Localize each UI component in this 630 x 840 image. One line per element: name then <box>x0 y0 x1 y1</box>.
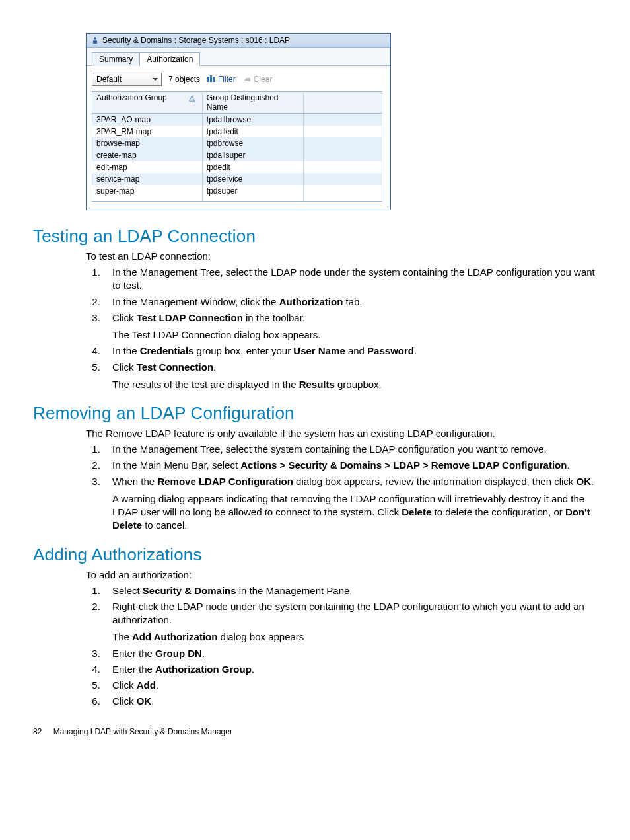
intro-text: To test an LDAP connection: <box>86 250 597 262</box>
step: In the Credentials group box, enter your… <box>103 344 597 358</box>
svg-rect-3 <box>210 75 212 82</box>
view-combo[interactable]: Default <box>92 73 162 86</box>
svg-point-0 <box>94 37 96 40</box>
objects-count: 7 objects <box>168 75 200 84</box>
step: When the Remove LDAP Configuration dialo… <box>103 475 597 533</box>
step: In the Management Tree, select the syste… <box>103 443 597 456</box>
step: Click Add. <box>103 679 597 692</box>
steps-list: In the Management Tree, select the syste… <box>86 443 597 533</box>
heading-testing: Testing an LDAP Connection <box>33 226 597 247</box>
window-titlebar: Security & Domains : Storage Systems : s… <box>87 34 390 48</box>
table-row[interactable]: 3PAR_AO-maptpdallbrowse <box>92 114 382 126</box>
step: Enter the Group DN. <box>103 647 597 660</box>
step: In the Management Tree, select the LDAP … <box>103 266 597 293</box>
sort-asc-icon: △ <box>189 93 195 102</box>
col-auth-group[interactable]: Authorization Group △ <box>92 92 203 114</box>
ldap-dialog-screenshot: Security & Domains : Storage Systems : s… <box>86 33 597 210</box>
col-group-dn[interactable]: Group Distinguished Name <box>202 92 304 114</box>
heading-adding: Adding Authorizations <box>33 545 597 565</box>
heading-removing: Removing an LDAP Configuration <box>33 403 597 424</box>
table-row[interactable]: browse-maptpdbrowse <box>92 137 382 149</box>
filter-icon <box>207 75 216 83</box>
authorization-table: Authorization Group △ Group Distinguishe… <box>92 91 382 202</box>
intro-text: To add an authorization: <box>86 569 597 580</box>
clear-link: Clear <box>242 75 273 84</box>
window-title: Security & Domains : Storage Systems : s… <box>102 36 290 45</box>
col-spacer <box>304 92 382 114</box>
table-row[interactable]: create-maptpdallsuper <box>92 149 382 161</box>
step: Select Security & Domains in the Managem… <box>103 584 597 597</box>
app-icon <box>90 36 100 45</box>
dialog-window: Security & Domains : Storage Systems : s… <box>86 33 391 210</box>
svg-rect-2 <box>207 77 209 82</box>
step: Click Test Connection. The results of th… <box>103 361 597 392</box>
step: In the Management Window, click the Auth… <box>103 295 597 309</box>
toolbar: Default 7 objects Filter Clear <box>92 70 385 91</box>
table-row[interactable]: edit-maptpdedit <box>92 161 382 173</box>
filter-link[interactable]: Filter <box>207 75 236 84</box>
steps-list: Select Security & Domains in the Managem… <box>86 584 597 708</box>
intro-text: The Remove LDAP feature is only availabl… <box>86 428 597 439</box>
table-row[interactable]: service-maptpdservice <box>92 173 382 185</box>
chapter-title: Managing LDAP with Security & Domains Ma… <box>53 727 232 736</box>
svg-rect-1 <box>93 40 97 44</box>
page-footer: 82 Managing LDAP with Security & Domains… <box>33 714 597 736</box>
table-row[interactable]: 3PAR_RM-maptpdalledit <box>92 126 382 137</box>
step: In the Main Menu Bar, select Actions > S… <box>103 459 597 472</box>
steps-list: In the Management Tree, select the LDAP … <box>86 266 597 391</box>
tab-authorization[interactable]: Authorization <box>139 52 200 66</box>
step: Click Test LDAP Connection in the toolba… <box>103 311 597 342</box>
step: Enter the Authorization Group. <box>103 663 597 676</box>
step: Click OK. <box>103 695 597 708</box>
tab-strip: Summary Authorization <box>87 48 390 65</box>
step: Right-click the LDAP node under the syst… <box>103 600 597 644</box>
table-row[interactable]: super-maptpdsuper <box>92 185 382 202</box>
clear-icon <box>242 76 252 83</box>
tab-summary[interactable]: Summary <box>92 52 140 66</box>
svg-rect-4 <box>213 77 215 82</box>
page-number: 82 <box>33 727 42 736</box>
